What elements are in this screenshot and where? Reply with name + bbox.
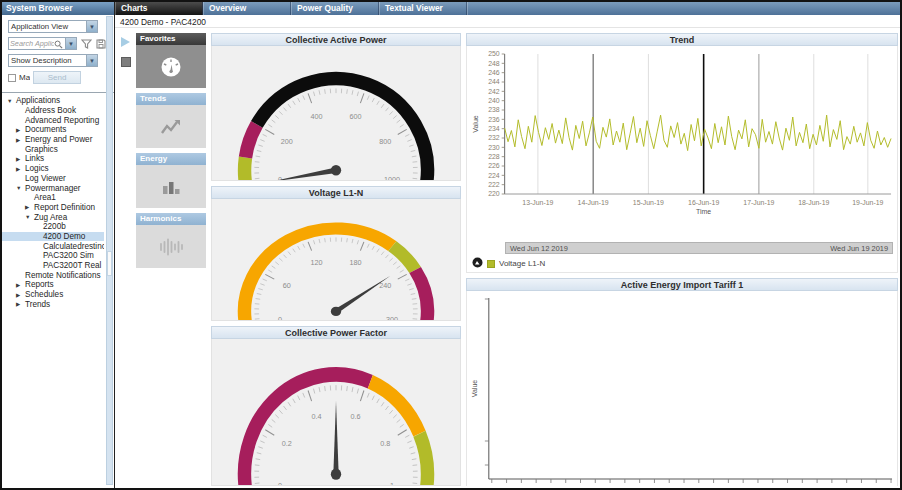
tree-item-energy-and-power[interactable]: ▶Energy and Power xyxy=(2,135,104,145)
tree-item-remote-notifications[interactable]: Remote Notifications xyxy=(2,270,104,280)
tree-item-2200b[interactable]: 2200b xyxy=(2,222,104,232)
tree-item-report-definition[interactable]: ▶Report Definition xyxy=(2,203,104,213)
svg-text:17-Jun-19: 17-Jun-19 xyxy=(743,199,774,206)
tree-item-pac3200t-real[interactable]: PAC3200T Real xyxy=(2,261,104,271)
view-mode-dropdown-icon[interactable]: ▼ xyxy=(87,20,98,33)
play-button[interactable] xyxy=(121,37,130,47)
tree-collapsed-icon[interactable]: ▶ xyxy=(16,282,25,288)
tree-item-applications[interactable]: ▼Applications xyxy=(2,96,104,106)
trend-chart[interactable]: 13-Jun-1914-Jun-1915-Jun-1916-Jun-1917-J… xyxy=(469,48,895,236)
save-button[interactable] xyxy=(96,35,106,53)
tab-charts[interactable]: Charts xyxy=(115,2,203,15)
svg-text:246: 246 xyxy=(488,69,500,76)
send-button[interactable]: Send xyxy=(33,71,81,84)
search-input[interactable] xyxy=(10,39,54,48)
svg-text:0: 0 xyxy=(278,317,282,321)
trend-legend[interactable]: Voltage L1-N xyxy=(472,257,895,270)
gauges-column: Collective Active Power02004006008001000… xyxy=(211,33,461,486)
tab-textual-viewer[interactable]: Textual Viewer xyxy=(379,2,467,15)
tree-collapsed-icon[interactable]: ▶ xyxy=(16,156,25,162)
send-checkbox[interactable] xyxy=(8,74,16,82)
category-label: Favorites xyxy=(136,33,206,45)
gauge-panel-collective-active-power: Collective Active Power02004006008001000… xyxy=(211,33,461,181)
tree-item-documents[interactable]: ▶Documents xyxy=(2,125,104,135)
tree-item-trends[interactable]: ▶Trends xyxy=(2,299,104,309)
tree-expanded-icon[interactable]: ▼ xyxy=(7,98,16,104)
search-dropdown-icon[interactable]: ▼ xyxy=(66,37,77,50)
tree-item-pac3200-sim[interactable]: PAC3200 Sim xyxy=(2,251,104,261)
gauge-title: Collective Active Power xyxy=(211,33,461,46)
gauge-body: 00.20.40.60.81 xyxy=(211,339,461,486)
search-box[interactable] xyxy=(8,37,66,50)
tree-collapsed-icon[interactable]: ▶ xyxy=(16,292,25,298)
tree-item-graphics[interactable]: Graphics xyxy=(2,144,104,154)
svg-text:0.4: 0.4 xyxy=(312,411,322,420)
stop-button[interactable] xyxy=(121,57,131,67)
trend-panel-body: 13-Jun-1914-Jun-1915-Jun-1916-Jun-1917-J… xyxy=(466,46,898,273)
svg-text:Value: Value xyxy=(472,115,479,132)
svg-text:Time: Time xyxy=(696,208,711,215)
category-harmonics[interactable]: Harmonics xyxy=(136,213,206,268)
tree-item-links[interactable]: ▶Links xyxy=(2,154,104,164)
svg-text:800: 800 xyxy=(379,137,391,146)
tab-power-quality[interactable]: Power Quality xyxy=(291,2,379,15)
svg-text:13-Jun-19: 13-Jun-19 xyxy=(522,199,553,206)
category-energy[interactable]: Energy xyxy=(136,153,206,208)
tree-expanded-icon[interactable]: ▼ xyxy=(25,214,34,220)
tree-scrollbar-thumb[interactable] xyxy=(107,251,112,276)
svg-text:300: 300 xyxy=(386,317,398,321)
filter-button[interactable] xyxy=(81,35,92,53)
system-browser-header: System Browser xyxy=(2,2,114,15)
gauge-chart: 060120180240300[ 231.28 V ] xyxy=(212,199,460,321)
svg-text:0: 0 xyxy=(278,175,282,180)
tree-collapsed-icon[interactable]: ▶ xyxy=(16,137,25,143)
svg-text:234: 234 xyxy=(488,125,500,132)
gauge-body: 060120180240300[ 231.28 V ] xyxy=(211,199,461,321)
description-select[interactable]: Show Description xyxy=(8,54,87,67)
svg-text:238: 238 xyxy=(488,106,500,113)
filter-icon xyxy=(81,35,92,53)
gauge-chart: 00.20.40.60.81 xyxy=(212,339,460,486)
tree-item-label: Remote Notifications xyxy=(25,271,101,280)
tree-item-area1[interactable]: Area1 xyxy=(2,193,104,203)
svg-text:0: 0 xyxy=(278,480,282,486)
tree-collapsed-icon[interactable]: ▶ xyxy=(25,204,34,210)
svg-text:232: 232 xyxy=(488,134,500,141)
tree-item-log-viewer[interactable]: Log Viewer xyxy=(2,174,104,184)
tree-item-logics[interactable]: ▶Logics xyxy=(2,164,104,174)
tree-item-label: 2200b xyxy=(43,222,66,231)
svg-text:0.2: 0.2 xyxy=(282,439,292,448)
charts-column: Trend 13-Jun-1914-Jun-1915-Jun-1916-Jun-… xyxy=(466,33,898,486)
description-dropdown-icon[interactable]: ▼ xyxy=(87,54,98,67)
tree-item-label: Powermanager xyxy=(25,184,81,193)
tree-item-powermanager[interactable]: ▼Powermanager xyxy=(2,183,104,193)
category-trends[interactable]: Trends xyxy=(136,93,206,148)
trend-panel-title: Trend xyxy=(466,33,898,46)
tree-collapsed-icon[interactable]: ▶ xyxy=(16,166,25,172)
tree-expanded-icon[interactable]: ▼ xyxy=(16,185,25,191)
view-mode-select-value: Application View xyxy=(9,22,86,31)
tree-item-advanced-reporting[interactable]: Advanced Reporting xyxy=(2,115,104,125)
tree-item-address-book[interactable]: Address Book xyxy=(2,106,104,116)
sidebar-controls: Application View ▼ ▼ xyxy=(2,15,114,90)
tree-collapsed-icon[interactable]: ▶ xyxy=(16,301,25,307)
tree-item-label: Address Book xyxy=(25,106,76,115)
tree-item-schedules[interactable]: ▶Schedules xyxy=(2,290,104,300)
legend-options-icon[interactable] xyxy=(472,257,483,270)
tree-item-label: Area1 xyxy=(34,193,56,202)
category-favorites[interactable]: Favorites xyxy=(136,33,206,88)
svg-text:230: 230 xyxy=(488,144,500,151)
tree-scrollbar[interactable] xyxy=(106,16,113,485)
svg-text:19-Jun-19: 19-Jun-19 xyxy=(852,199,883,206)
category-label: Harmonics xyxy=(136,213,206,225)
tree-item-reports[interactable]: ▶Reports xyxy=(2,280,104,290)
tab-overview[interactable]: Overview xyxy=(203,2,291,15)
trend-range-bar[interactable]: Wed Jun 12 2019 Wed Jun 19 2019 xyxy=(505,242,893,254)
tree-item-4200-demo[interactable]: 4200 Demo xyxy=(2,232,104,242)
trend-panel: Trend 13-Jun-1914-Jun-1915-Jun-1916-Jun-… xyxy=(466,33,898,273)
tree-item-calculatedrestince[interactable]: Calculatedrestince xyxy=(2,241,104,251)
view-mode-select[interactable]: Application View xyxy=(8,20,87,33)
tree-collapsed-icon[interactable]: ▶ xyxy=(16,127,25,133)
tree-item-zug-area[interactable]: ▼Zug Area xyxy=(2,212,104,222)
svg-text:200: 200 xyxy=(281,137,293,146)
